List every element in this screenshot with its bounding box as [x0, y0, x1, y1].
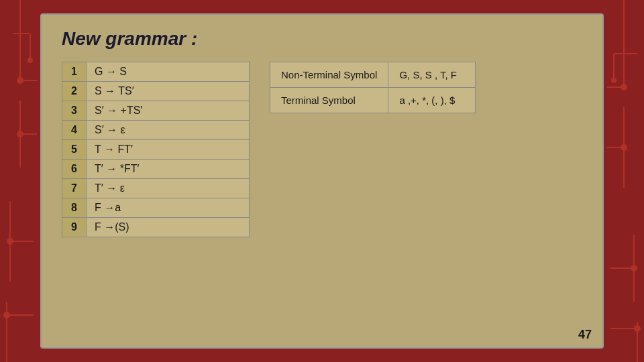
- svg-point-29: [635, 326, 640, 331]
- rule-number: 7: [62, 179, 87, 198]
- symbol-value: a ,+, *, (, ), $: [388, 88, 476, 113]
- rule-number: 8: [62, 198, 87, 218]
- grammar-row: 3 S′ → +TS′: [62, 101, 250, 121]
- grammar-row: 6 T′ → *FT′: [62, 160, 250, 179]
- svg-point-26: [612, 78, 616, 82]
- rule-text: S′ → +TS′: [87, 101, 250, 121]
- rule-text: S′ → ε: [87, 121, 250, 140]
- grammar-table: 1 G → S 2 S → TS′ 3 S′ → +TS′ 4 S′ → ε 5…: [62, 62, 250, 237]
- rule-number: 3: [62, 101, 87, 121]
- grammar-row: 9 F →(S): [62, 218, 250, 237]
- rule-text: T′ → *FT′: [87, 160, 250, 179]
- symbol-row: Terminal Symbol a ,+, *, (, ), $: [270, 88, 476, 113]
- svg-point-2: [17, 78, 23, 83]
- rule-text: G → S: [87, 62, 250, 82]
- rule-number: 5: [62, 140, 87, 160]
- grammar-row: 5 T → FT′: [62, 140, 250, 160]
- svg-point-11: [28, 58, 32, 62]
- symbol-value: G, S, S , T, F: [388, 62, 476, 88]
- rule-text: F →a: [87, 198, 250, 218]
- rule-text: T → FT′: [87, 140, 250, 160]
- rule-text: T′ → ε: [87, 179, 250, 198]
- svg-point-20: [621, 145, 627, 150]
- rule-number: 2: [62, 82, 87, 101]
- grammar-row: 1 G → S: [62, 62, 250, 82]
- grammar-row: 4 S′ → ε: [62, 121, 250, 140]
- svg-point-14: [4, 312, 9, 318]
- rule-number: 1: [62, 62, 87, 82]
- svg-point-23: [631, 265, 637, 271]
- rule-number: 9: [62, 218, 87, 237]
- svg-point-17: [621, 84, 627, 90]
- symbols-table: Non-Terminal Symbol G, S, S , T, F Termi…: [270, 62, 476, 113]
- rule-number: 4: [62, 121, 87, 140]
- grammar-row: 2 S → TS′: [62, 82, 250, 101]
- page-number: 47: [578, 328, 592, 342]
- rule-text: S → TS′: [87, 82, 250, 101]
- svg-point-8: [7, 239, 13, 244]
- symbol-row: Non-Terminal Symbol G, S, S , T, F: [270, 62, 476, 88]
- rule-number: 6: [62, 160, 87, 179]
- rule-text: F →(S): [87, 218, 250, 237]
- symbol-label: Terminal Symbol: [270, 88, 388, 113]
- grammar-row: 8 F →a: [62, 198, 250, 218]
- symbol-label: Non-Terminal Symbol: [270, 62, 388, 88]
- grammar-row: 7 T′ → ε: [62, 179, 250, 198]
- slide-container: New grammar : 1 G → S 2 S → TS′ 3 S′ → +…: [40, 13, 604, 349]
- slide-title: New grammar :: [62, 28, 582, 50]
- content-area: 1 G → S 2 S → TS′ 3 S′ → +TS′ 4 S′ → ε 5…: [62, 62, 582, 237]
- svg-point-5: [17, 131, 23, 137]
